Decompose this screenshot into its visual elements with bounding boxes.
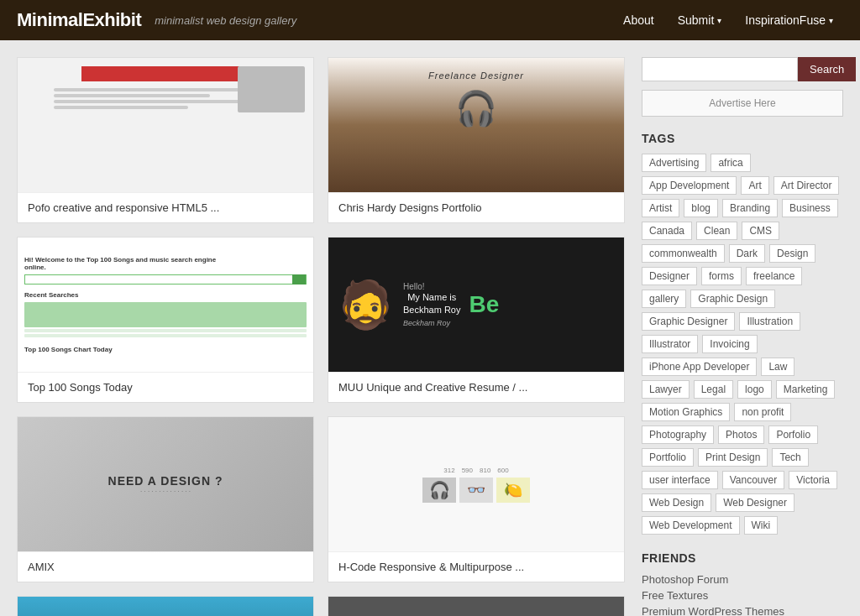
tag-law[interactable]: Law [761,358,794,376]
tag-web-designer[interactable]: Web Designer [716,493,794,512]
tag-blog[interactable]: blog [684,199,718,217]
tag-web-development[interactable]: Web Development [642,516,740,535]
hcode-glasses-img: 👓 [459,478,493,503]
tag-vancouver[interactable]: Vancouver [722,471,784,489]
tag-tech[interactable]: Tech [772,448,808,467]
tag-illustration[interactable]: Illustration [739,312,800,331]
tag-print-design[interactable]: Print Design [698,448,768,467]
tag-lawyer[interactable]: Lawyer [642,380,690,399]
tag-non-profit[interactable]: non profit [734,403,791,421]
songs-chart-label: Top 100 Songs Chart Today [24,346,113,353]
header: MinimalExhibit minimalist web design gal… [0,0,860,40]
tag-web-design[interactable]: Web Design [642,493,711,512]
card-bottom2[interactable] [328,596,625,616]
tag-user-interface[interactable]: user interface [642,471,718,489]
tag-portfolio[interactable]: Portfolio [642,448,694,467]
card-muu[interactable]: 🧔 Hello! My Name isBeckham Roy Beckham R… [328,237,625,403]
friends-list: Photoshop ForumFree TexturesPremium Word… [642,573,843,616]
muu-content: 🧔 Hello! My Name isBeckham Roy Beckham R… [328,274,624,337]
muu-person-icon: 🧔 [337,282,395,328]
nav-about[interactable]: About [613,8,664,32]
tag-wiki[interactable]: Wiki [744,516,779,535]
nav-submit[interactable]: Submit ▾ [668,8,732,32]
tag-marketing[interactable]: Marketing [776,380,836,399]
tag-porfolio[interactable]: Porfolio [768,425,818,444]
tag-motion-graphics[interactable]: Motion Graphics [642,403,730,421]
tag-clean[interactable]: Clean [696,222,737,240]
tag-commonwealth[interactable]: commonwealth [642,244,725,263]
tag-freelance[interactable]: freelance [746,267,802,285]
hcode-lemon-img: 🍋 [496,478,530,503]
card-songs[interactable]: Hi! Welcome to the Top 100 Songs and mus… [17,237,314,403]
hcode-num-2: 590 [462,467,473,474]
tags-container: AdvertisingafricaApp DevelopmentArtArt D… [642,154,843,535]
tag-photos[interactable]: Photos [718,425,764,444]
card-thumb-bottom1 [18,597,313,616]
search-input[interactable] [642,57,798,81]
card-bottom1[interactable] [17,596,314,616]
content-grid: Pofo creative and responsive HTML5 ... F… [17,57,625,616]
header-left: MinimalExhibit minimalist web design gal… [17,9,296,31]
muu-name-text: My Name isBeckham Roy [403,291,460,316]
card-title-hcode: H-Code Responsive & Multipurpose ... [328,551,624,582]
card-thumb-muu: 🧔 Hello! My Name isBeckham Roy Beckham R… [328,238,624,372]
songs-search-btn [292,274,306,285]
tag-legal[interactable]: Legal [694,380,733,399]
tag-forms[interactable]: forms [701,267,742,285]
friend-link-photoshop-forum[interactable]: Photoshop Forum [642,573,843,586]
amix-sub-text: · · · · · · · · · · · · · · [108,488,223,495]
hcode-glasses-icon: 👓 [467,481,485,499]
search-button[interactable]: Search [798,57,856,81]
submit-arrow-icon: ▾ [717,16,721,25]
tag-logo[interactable]: logo [737,380,772,399]
card-title-songs: Top 100 Songs Today [18,372,313,402]
tag-dark[interactable]: Dark [729,244,765,263]
thumb-bottom1-inner [18,597,313,616]
card-pofo[interactable]: Pofo creative and responsive HTML5 ... [17,57,314,223]
tag-art-director[interactable]: Art Director [773,176,840,195]
tag-canada[interactable]: Canada [642,222,692,240]
pofo-image-block [238,66,305,112]
tag-cms[interactable]: CMS [742,222,779,240]
tag-designer[interactable]: Designer [642,267,697,285]
tag-design[interactable]: Design [769,244,815,263]
tag-artist[interactable]: Artist [642,199,679,217]
friend-link-premium-wordpress-themes[interactable]: Premium WordPress Themes [642,605,843,616]
thumb-hcode-inner: 312 590 810 600 🎧 👓 [328,417,624,551]
site-title[interactable]: MinimalExhibit [17,9,141,31]
songs-list-item-1 [24,329,307,332]
tag-victoria[interactable]: Victoria [789,471,837,489]
tag-business[interactable]: Business [782,199,838,217]
songs-mock-title: Hi! Welcome to the Top 100 Songs and mus… [24,256,216,271]
tag-africa[interactable]: africa [711,154,750,172]
card-amix[interactable]: NEED A DESIGN ? · · · · · · · · · · · · … [17,416,314,582]
tag-app-development[interactable]: App Development [642,176,737,195]
songs-search-bar [24,274,307,285]
hcode-lemon-icon: 🍋 [504,481,522,499]
hcode-num-1: 312 [443,467,454,474]
tag-illustrator[interactable]: Illustrator [642,335,698,353]
muu-signature: Beckham Roy [403,319,460,327]
card-thumb-chris: Freelance Designer 🎧 [328,58,624,192]
header-nav: About Submit ▾ InspirationFuse ▾ [613,8,843,32]
tag-gallery[interactable]: gallery [642,290,686,308]
card-chris[interactable]: Freelance Designer 🎧 Chris Hardy Designs… [328,57,625,223]
tag-photography[interactable]: Photography [642,425,714,444]
tag-iphone-app-developer[interactable]: iPhone App Developer [642,358,757,376]
thumb-chris-inner: Freelance Designer 🎧 [328,58,624,192]
card-hcode[interactable]: 312 590 810 600 🎧 👓 [328,416,625,582]
tag-advertising[interactable]: Advertising [642,154,706,172]
tag-invoicing[interactable]: Invoicing [702,335,757,353]
friend-link-free-textures[interactable]: Free Textures [642,589,843,602]
advertise-box[interactable]: Advertise Here [642,90,843,117]
card-title-amix: AMIX [18,551,313,582]
pofo-line-3 [54,100,254,103]
thumb-amix-inner: NEED A DESIGN ? · · · · · · · · · · · · … [18,417,313,551]
tag-art[interactable]: Art [741,176,768,195]
tag-branding[interactable]: Branding [722,199,778,217]
nav-inspirationfuse[interactable]: InspirationFuse ▾ [735,8,843,32]
card-thumb-pofo [18,58,313,192]
friends-title: FRIENDS [642,551,843,565]
tag-graphic-design[interactable]: Graphic Design [690,290,775,308]
tag-graphic-designer[interactable]: Graphic Designer [642,312,735,331]
